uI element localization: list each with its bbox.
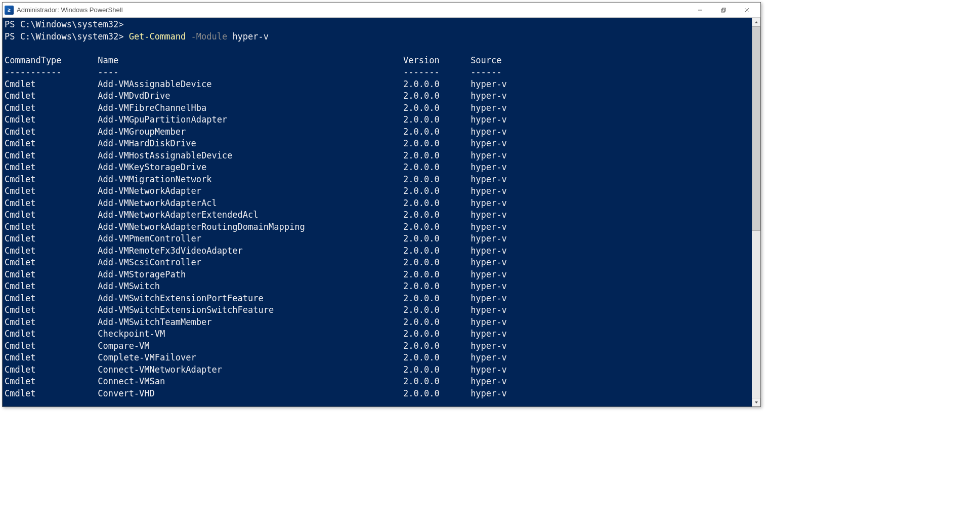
- maximize-icon: [721, 8, 726, 13]
- maximize-button[interactable]: [712, 3, 735, 18]
- scroll-up-button[interactable]: [752, 18, 760, 26]
- terminal-output[interactable]: PS C:\Windows\system32> PS C:\Windows\sy…: [3, 18, 752, 407]
- close-button[interactable]: [735, 3, 758, 18]
- terminal-area: PS C:\Windows\system32> PS C:\Windows\sy…: [3, 18, 760, 407]
- scroll-thumb[interactable]: [752, 26, 760, 231]
- scroll-down-button[interactable]: [752, 398, 760, 407]
- svg-marker-5: [755, 21, 758, 23]
- titlebar[interactable]: ≥ Administrador: Windows PowerShell: [3, 3, 760, 18]
- svg-marker-6: [755, 401, 758, 403]
- minimize-icon: [698, 8, 703, 13]
- powershell-window: ≥ Administrador: Windows PowerShell PS C…: [2, 2, 761, 407]
- close-icon: [744, 8, 749, 13]
- svg-rect-2: [722, 8, 726, 11]
- chevron-down-icon: [754, 400, 758, 405]
- svg-rect-1: [721, 9, 725, 12]
- vertical-scrollbar[interactable]: [752, 18, 760, 407]
- window-title: Administrador: Windows PowerShell: [17, 6, 689, 14]
- minimize-button[interactable]: [689, 3, 712, 18]
- window-controls: [689, 3, 758, 18]
- powershell-icon: ≥: [5, 6, 14, 15]
- chevron-up-icon: [754, 20, 758, 24]
- scroll-track[interactable]: [752, 26, 760, 398]
